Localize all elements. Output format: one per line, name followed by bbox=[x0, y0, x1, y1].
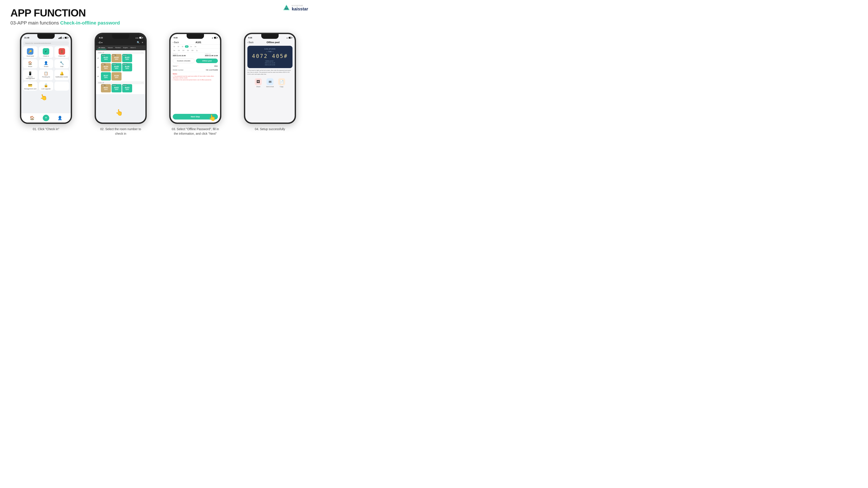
b102-tag: Expi... bbox=[112, 55, 116, 56]
tf-1w[interactable]: 1w bbox=[189, 45, 193, 48]
tf-5d[interactable]: 5d bbox=[185, 45, 189, 48]
room-b105[interactable]: Rented B105 100% bbox=[112, 63, 122, 71]
room-b202[interactable]: Rented B202 100% bbox=[112, 84, 122, 92]
search-icon2[interactable]: 🔍 bbox=[137, 41, 140, 44]
room-b101[interactable]: Rented B101 100% bbox=[101, 54, 111, 62]
back-button4[interactable]: ‹ Back bbox=[247, 41, 253, 43]
tab-rented[interactable]: Rented bbox=[114, 46, 122, 50]
tab-expire[interactable]: Expire bbox=[122, 46, 129, 50]
tf-3d[interactable]: 3d bbox=[181, 45, 184, 48]
tf-1M[interactable]: 1M bbox=[177, 49, 181, 52]
lock-label: Lock upgrade bbox=[41, 88, 51, 90]
tf-1y[interactable]: 1y bbox=[195, 49, 198, 52]
phones-row: 21:48 ▲ Search for rooms/tenan bbox=[0, 33, 316, 136]
pwd-code: 4072 405# bbox=[250, 53, 290, 59]
tenant-label: Tenant bbox=[43, 66, 48, 67]
room-b104[interactable]: Expi... B104 100% bbox=[101, 63, 111, 71]
notes-text: 1. The password must be used once within… bbox=[173, 75, 218, 81]
tertiary-menu-grid: 📱 Device management 📋 Pending list 🔔 Not… bbox=[23, 70, 69, 80]
add-nav[interactable]: + bbox=[43, 115, 49, 121]
room-b107[interactable]: B107 100% bbox=[101, 72, 111, 80]
tf-1d[interactable]: 1d bbox=[172, 45, 176, 48]
b101-pct: 100% bbox=[104, 59, 108, 60]
room-b108[interactable]: B108 100% bbox=[112, 72, 122, 80]
share-item[interactable]: 🖼 Share bbox=[255, 78, 262, 88]
phone4: 9:35 ▲ ‹ Back Offline pwd A-A1-1F-A101 P… bbox=[244, 33, 296, 124]
b201-tag: Expi... bbox=[101, 85, 105, 86]
b103-tag: Rented bbox=[123, 55, 127, 56]
check-out-label: Check out bbox=[58, 55, 65, 57]
mobile-value: +60 1116761858 bbox=[206, 69, 218, 71]
tab-vacant[interactable]: Vacant bbox=[106, 46, 114, 50]
page-subtitle: 03-APP main functions Check-in-offline p… bbox=[10, 20, 306, 26]
floor-rooms-1f: Rented B101 100% Expi... B102 100% Rente… bbox=[101, 54, 132, 62]
checkin-info: Check in 2024-11-01 21:00 bbox=[173, 53, 186, 57]
check-in-item[interactable]: ✓ Check in bbox=[39, 46, 53, 58]
send-email-item[interactable]: ✉ Send email bbox=[266, 78, 274, 88]
tab-about1[interactable]: About 1 bbox=[129, 46, 137, 50]
room-b103[interactable]: Rented B103 100% bbox=[122, 54, 132, 62]
lock-upgrade-item[interactable]: 🔒 Lock upgrade bbox=[39, 82, 53, 91]
tf-2w[interactable]: 2w bbox=[193, 45, 197, 48]
check-out-icon: 🚪 bbox=[59, 48, 65, 55]
notification-center-item[interactable]: 🔔 Notification Center bbox=[55, 70, 69, 80]
checkin-out-section: Check in 2024-11-01 21:00 Check out 2024… bbox=[170, 53, 220, 58]
b102-pct: 100% bbox=[115, 59, 119, 60]
guest-pwd-item[interactable]: 🔑 Guest pwd bbox=[23, 46, 37, 58]
pwd-paid-label: Paid bbox=[250, 51, 290, 52]
name-label: Name * bbox=[173, 65, 178, 67]
room-b102[interactable]: Expi... B102 100% bbox=[112, 54, 122, 62]
copy-label: Copy bbox=[280, 86, 283, 88]
phone4-screen: 9:35 ▲ ‹ Back Offline pwd A-A1-1F-A101 P… bbox=[245, 34, 295, 123]
phone4-statusbar: 9:35 ▲ bbox=[245, 34, 295, 40]
room-b203[interactable]: Rented B203 100% bbox=[122, 84, 132, 92]
profile-nav[interactable]: 👤 bbox=[58, 116, 62, 120]
room-b106[interactable]: Rented B106 100% bbox=[122, 63, 132, 71]
offline-pwd-btn[interactable]: Offline pwd bbox=[196, 59, 218, 63]
add-icon2[interactable]: + bbox=[142, 41, 143, 44]
tenant-icon: 👤 bbox=[44, 61, 48, 65]
b107-num: B107 bbox=[104, 75, 108, 77]
check-out-item[interactable]: 🚪 Check out bbox=[55, 46, 69, 58]
floor-row-1f: 1F Rented B101 100% Expi... B102 100% bbox=[97, 54, 144, 62]
phone1-bottom-nav: 🏠 + 👤 bbox=[21, 113, 71, 123]
floor-label-3f: 3F bbox=[97, 76, 100, 77]
staff-item[interactable]: 🔧 Staff bbox=[55, 59, 69, 68]
home-nav[interactable]: 🏠 bbox=[30, 116, 34, 120]
copy-item[interactable]: 📄 Copy bbox=[278, 78, 285, 88]
tenant-item[interactable]: 👤 Tenant bbox=[39, 59, 53, 68]
mgmt-card-item[interactable]: 💳 Management card bbox=[23, 82, 37, 91]
device-management-item[interactable]: 📱 Device management bbox=[23, 70, 37, 80]
tf-2M[interactable]: 2M bbox=[181, 49, 185, 52]
floor-row-3f: 3F B107 100% B108 100% bbox=[97, 72, 144, 80]
tf-3w[interactable]: 3w bbox=[172, 49, 176, 52]
subtitle-static: 03-APP main functions bbox=[10, 20, 59, 26]
custom-checkin-btn[interactable]: Custom checkIn bbox=[173, 59, 195, 63]
back-button3[interactable]: ‹ Back bbox=[173, 41, 179, 43]
back-label2: B ▾ bbox=[99, 41, 102, 44]
pending-list-item[interactable]: 📋 Pending list bbox=[39, 70, 53, 80]
tab-all-status[interactable]: All status bbox=[97, 46, 106, 50]
phone1-search[interactable]: Search for rooms/tenants/devices bbox=[23, 41, 69, 45]
phone1-statusbar: 21:48 ▲ bbox=[21, 34, 71, 40]
mgmt-icon: 💳 bbox=[28, 83, 32, 88]
battery-icon3 bbox=[214, 37, 217, 39]
tf-3M[interactable]: 3M bbox=[186, 49, 190, 52]
back-button2[interactable]: ‹ B ▾ bbox=[98, 41, 102, 44]
room-b201[interactable]: Expi... B201 100% bbox=[101, 84, 111, 92]
battery-icon2 bbox=[139, 37, 142, 39]
tf-6M[interactable]: 6M bbox=[190, 49, 194, 52]
phone1-wrapper: 21:48 ▲ Search for rooms/tenan bbox=[20, 33, 72, 131]
hand-pointer3: 👆 bbox=[209, 114, 216, 121]
tf-2d[interactable]: 2d bbox=[177, 45, 180, 48]
phone4-title: Offline pwd bbox=[267, 41, 279, 43]
room-label: Room bbox=[28, 66, 32, 67]
room-item[interactable]: 🏠 Room bbox=[23, 59, 37, 68]
section-b1-2f: B-B1-2F ··· bbox=[97, 82, 144, 84]
floor-label-1f: 1F bbox=[97, 58, 100, 59]
validity-end: 2024-11-06 12:00 bbox=[265, 64, 275, 65]
svg-rect-2 bbox=[286, 7, 287, 8]
phone4-time: 9:35 bbox=[248, 37, 252, 39]
b104-pct: 100% bbox=[104, 68, 108, 69]
secondary-menu-grid: 🏠 Room 👤 Tenant 🔧 Staff bbox=[23, 59, 69, 68]
